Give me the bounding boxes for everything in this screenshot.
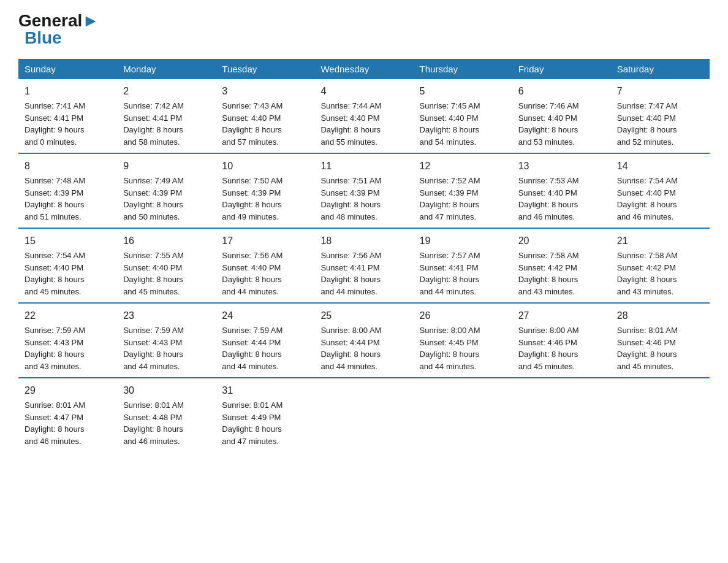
day-info-line: and 48 minutes. (320, 211, 407, 223)
day-cell: 16Sunrise: 7:55 AMSunset: 4:40 PMDayligh… (117, 228, 216, 303)
day-info-line: Sunrise: 7:42 AM (123, 100, 210, 112)
day-cell: 5Sunrise: 7:45 AMSunset: 4:40 PMDaylight… (414, 79, 512, 153)
day-cell: 1Sunrise: 7:41 AMSunset: 4:41 PMDaylight… (18, 79, 117, 153)
week-row-4: 22Sunrise: 7:59 AMSunset: 4:43 PMDayligh… (18, 303, 710, 378)
day-info-line: Sunset: 4:39 PM (222, 187, 308, 199)
day-cell: 22Sunrise: 7:59 AMSunset: 4:43 PMDayligh… (18, 303, 117, 378)
day-info-line: and 45 minutes. (518, 361, 605, 373)
day-number: 7 (617, 84, 703, 99)
day-cell: 4Sunrise: 7:44 AMSunset: 4:40 PMDaylight… (314, 79, 413, 153)
day-info-line: and 47 minutes. (420, 211, 506, 223)
day-cell: 2Sunrise: 7:42 AMSunset: 4:41 PMDaylight… (117, 79, 216, 153)
day-number: 5 (420, 84, 506, 99)
day-info-line: Daylight: 8 hours (420, 124, 506, 136)
day-header-friday: Friday (512, 59, 611, 79)
day-header-sunday: Sunday (18, 59, 117, 79)
day-info-line: Sunset: 4:40 PM (222, 112, 308, 124)
day-info-line: Sunset: 4:46 PM (617, 337, 703, 349)
day-info-line: Daylight: 8 hours (123, 423, 210, 435)
day-info-line: Sunrise: 8:00 AM (420, 324, 506, 337)
day-info-line: Daylight: 8 hours (518, 274, 605, 286)
day-info-line: and 44 minutes. (320, 286, 407, 298)
day-info-line: Sunset: 4:49 PM (222, 412, 308, 424)
day-number: 9 (123, 159, 210, 174)
day-cell: 11Sunrise: 7:51 AMSunset: 4:39 PMDayligh… (314, 153, 413, 228)
day-cell (414, 378, 512, 452)
day-info-line: Sunset: 4:40 PM (518, 112, 605, 124)
day-info-line: Sunrise: 7:50 AM (222, 175, 308, 187)
day-info-line: Sunrise: 8:01 AM (617, 324, 703, 337)
day-info-line: Daylight: 8 hours (320, 199, 407, 211)
day-info-line: Sunset: 4:43 PM (25, 337, 111, 349)
day-info-line: Sunset: 4:39 PM (123, 187, 210, 199)
day-header-tuesday: Tuesday (216, 59, 314, 79)
day-number: 30 (123, 383, 210, 398)
day-number: 14 (617, 159, 703, 174)
day-cell: 28Sunrise: 8:01 AMSunset: 4:46 PMDayligh… (611, 303, 710, 378)
logo: General► Blue (18, 12, 99, 47)
day-info-line: Daylight: 8 hours (222, 348, 308, 361)
day-cell: 30Sunrise: 8:01 AMSunset: 4:48 PMDayligh… (117, 378, 216, 452)
day-info-line: Sunset: 4:43 PM (123, 337, 210, 349)
day-cell: 23Sunrise: 7:59 AMSunset: 4:43 PMDayligh… (117, 303, 216, 378)
day-info-line: Sunrise: 7:54 AM (617, 175, 703, 187)
day-info-line: Sunset: 4:41 PM (25, 112, 111, 124)
day-cell: 26Sunrise: 8:00 AMSunset: 4:45 PMDayligh… (414, 303, 512, 378)
days-header-row: SundayMondayTuesdayWednesdayThursdayFrid… (18, 59, 710, 79)
day-number: 18 (320, 234, 407, 248)
day-cell: 7Sunrise: 7:47 AMSunset: 4:40 PMDaylight… (611, 79, 710, 153)
day-cell (611, 378, 710, 452)
day-info-line: Sunrise: 7:51 AM (320, 175, 407, 187)
calendar-table: SundayMondayTuesdayWednesdayThursdayFrid… (18, 59, 710, 452)
day-info-line: Daylight: 8 hours (222, 423, 308, 435)
day-info-line: and 0 minutes. (25, 136, 111, 148)
day-info-line: and 46 minutes. (25, 435, 111, 448)
day-info-line: Sunrise: 8:01 AM (25, 399, 111, 412)
day-info-line: Daylight: 8 hours (320, 348, 407, 361)
day-info-line: Sunset: 4:39 PM (25, 187, 111, 199)
day-info-line: Sunrise: 7:52 AM (420, 175, 506, 187)
day-info-line: Sunrise: 7:47 AM (617, 100, 703, 112)
day-info-line: Daylight: 8 hours (617, 274, 703, 286)
day-number: 23 (123, 308, 210, 323)
day-number: 27 (518, 308, 605, 323)
day-info-line: and 44 minutes. (123, 361, 210, 373)
day-info-line: Sunrise: 8:01 AM (123, 399, 210, 412)
day-number: 24 (222, 308, 308, 323)
day-info-line: and 44 minutes. (320, 361, 407, 373)
day-info-line: and 55 minutes. (320, 136, 407, 148)
day-number: 20 (518, 234, 605, 248)
day-cell: 13Sunrise: 7:53 AMSunset: 4:40 PMDayligh… (512, 153, 611, 228)
day-info-line: Sunrise: 7:43 AM (222, 100, 308, 112)
day-info-line: Daylight: 8 hours (420, 199, 506, 211)
day-info-line: Sunset: 4:40 PM (617, 112, 703, 124)
day-info-line: Sunset: 4:40 PM (518, 187, 605, 199)
day-info-line: Daylight: 8 hours (518, 124, 605, 136)
day-info-line: Sunset: 4:45 PM (420, 337, 506, 349)
day-cell: 18Sunrise: 7:56 AMSunset: 4:41 PMDayligh… (314, 228, 413, 303)
day-cell: 15Sunrise: 7:54 AMSunset: 4:40 PMDayligh… (18, 228, 117, 303)
day-info-line: Daylight: 8 hours (518, 348, 605, 361)
logo-blue-text: Blue (25, 29, 62, 47)
day-info-line: Sunset: 4:44 PM (320, 337, 407, 349)
day-cell: 9Sunrise: 7:49 AMSunset: 4:39 PMDaylight… (117, 153, 216, 228)
day-cell (512, 378, 611, 452)
day-info-line: and 43 minutes. (617, 286, 703, 298)
day-info-line: and 57 minutes. (222, 136, 308, 148)
day-number: 22 (25, 308, 111, 323)
day-info-line: Daylight: 8 hours (123, 274, 210, 286)
day-cell: 19Sunrise: 7:57 AMSunset: 4:41 PMDayligh… (414, 228, 512, 303)
day-number: 2 (123, 84, 210, 99)
day-info-line: Daylight: 8 hours (617, 199, 703, 211)
day-cell: 17Sunrise: 7:56 AMSunset: 4:40 PMDayligh… (216, 228, 314, 303)
page-header: General► Blue (18, 12, 710, 47)
day-info-line: Daylight: 8 hours (25, 199, 111, 211)
day-info-line: Sunset: 4:44 PM (222, 337, 308, 349)
week-row-5: 29Sunrise: 8:01 AMSunset: 4:47 PMDayligh… (18, 378, 710, 452)
day-info-line: and 54 minutes. (420, 136, 506, 148)
day-info-line: Sunset: 4:42 PM (617, 262, 703, 274)
day-cell (314, 378, 413, 452)
day-info-line: Sunrise: 7:56 AM (222, 250, 308, 262)
day-info-line: Daylight: 8 hours (123, 348, 210, 361)
day-info-line: and 45 minutes. (25, 286, 111, 298)
